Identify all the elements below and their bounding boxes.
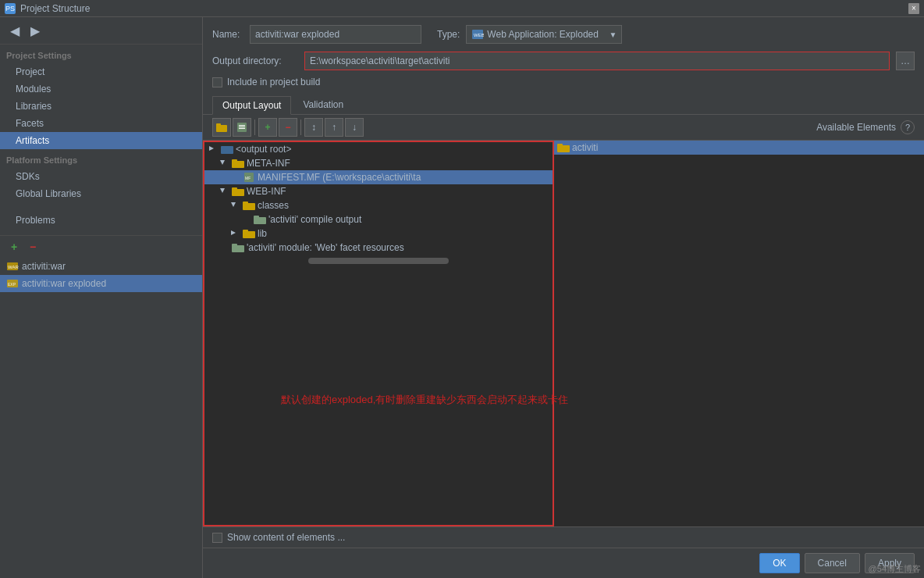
sidebar-item-sdks[interactable]: SDKs	[0, 168, 202, 185]
tab-validation[interactable]: Validation	[293, 95, 354, 114]
root-icon	[221, 144, 233, 155]
tabs-row: Output Layout Validation	[203, 91, 924, 115]
cancel-button[interactable]: Cancel	[805, 553, 860, 573]
back-button[interactable]: ◀	[6, 22, 23, 39]
artifact-item-war[interactable]: WAR activiti:war	[0, 258, 202, 275]
toolbar-btn-remove[interactable]: −	[279, 118, 297, 137]
sidebar-item-artifacts[interactable]: Artifacts	[0, 132, 202, 149]
browse-button[interactable]: …	[896, 52, 915, 70]
svg-marker-19	[220, 188, 225, 193]
svg-marker-14	[220, 160, 225, 165]
sidebar-item-modules[interactable]: Modules	[0, 80, 202, 98]
tab-output-layout[interactable]: Output Layout	[212, 96, 291, 115]
toolbar-separator-1	[254, 120, 255, 135]
name-label: Name:	[212, 29, 243, 40]
available-activiti-icon	[557, 142, 570, 153]
svg-rect-26	[254, 216, 259, 219]
help-button[interactable]: ?	[901, 120, 915, 134]
svg-text:EXP: EXP	[8, 282, 16, 287]
forward-button[interactable]: ▶	[27, 22, 44, 39]
include-checkbox[interactable]	[212, 77, 222, 87]
tree-item-output-root[interactable]: <output root>	[204, 142, 553, 156]
artifact-item-war-exploded[interactable]: EXP activiti:war exploded	[0, 275, 202, 292]
classes-arrow	[229, 200, 240, 211]
sidebar-item-project[interactable]: Project	[0, 63, 202, 80]
add-artifact-button[interactable]: +	[6, 239, 22, 255]
svg-marker-22	[231, 202, 236, 207]
tree-panel: <output root> META-INF	[203, 141, 554, 526]
toolbar-btn-up[interactable]: ↑	[325, 118, 343, 137]
svg-rect-10	[239, 127, 245, 127]
web-inf-folder-icon	[232, 186, 244, 197]
lib-folder-icon	[243, 228, 255, 239]
platform-settings-header: Platform Settings	[0, 149, 202, 168]
type-label: Type:	[437, 29, 460, 40]
sidebar-item-global-libraries[interactable]: Global Libraries	[0, 185, 202, 202]
web-inf-arrow	[219, 186, 229, 197]
svg-rect-16	[232, 159, 237, 162]
svg-marker-27	[231, 230, 236, 235]
lib-arrow	[229, 228, 240, 239]
svg-rect-24	[243, 202, 248, 205]
svg-rect-13	[221, 146, 233, 154]
toolbar-btn-down[interactable]: ↓	[345, 118, 364, 137]
toolbar-btn-folder[interactable]	[212, 118, 231, 137]
close-btn[interactable]: ×	[908, 3, 919, 14]
toolbar-btn-archive[interactable]	[233, 118, 251, 137]
svg-rect-31	[232, 244, 237, 247]
output-dir-row: Output directory: …	[203, 48, 924, 73]
artifact-war-icon: WAR	[6, 260, 19, 273]
show-content-label: Show content of elements ...	[227, 532, 345, 543]
sidebar-item-libraries[interactable]: Libraries	[0, 98, 202, 115]
name-input[interactable]	[250, 25, 421, 44]
compile-output-icon	[254, 214, 266, 225]
svg-marker-12	[209, 146, 214, 151]
available-elements-label: Available Elements	[816, 122, 896, 133]
type-icon: WEB	[471, 28, 484, 41]
toolbar-btn-sort[interactable]: ↕	[304, 118, 323, 137]
meta-inf-folder-icon	[232, 158, 244, 169]
svg-rect-11	[239, 128, 245, 129]
toolbar-btn-add[interactable]: +	[258, 118, 277, 137]
sidebar-nav: ◀ ▶	[0, 17, 202, 45]
svg-text:WAR: WAR	[8, 265, 19, 269]
root-arrow	[208, 144, 219, 155]
sidebar: ◀ ▶ Project Settings Project Modules Lib…	[0, 17, 203, 578]
remove-artifact-button[interactable]: −	[25, 239, 41, 255]
include-label: Include in project build	[227, 77, 320, 87]
type-value-display: WEB Web Application: Exploded ▼	[466, 25, 622, 44]
web-resources-icon	[232, 242, 244, 253]
folder-icon	[216, 122, 227, 133]
include-row: Include in project build	[203, 73, 924, 91]
sidebar-item-problems[interactable]: Problems	[0, 212, 202, 229]
artifact-list: WAR activiti:war EXP activiti:war explod…	[0, 258, 202, 292]
sidebar-item-facets[interactable]: Facets	[0, 115, 202, 132]
tree-item-classes[interactable]: classes	[204, 198, 553, 212]
watermark: @54博主博客	[869, 563, 921, 575]
bottom-bar: Show content of elements ...	[203, 526, 924, 548]
horizontal-scrollbar[interactable]	[308, 258, 449, 264]
tree-item-lib[interactable]: lib	[204, 227, 553, 241]
type-dropdown-button[interactable]: ▼	[609, 30, 617, 39]
svg-rect-9	[239, 125, 245, 126]
project-settings-items: Project Modules Libraries Facets Artifac…	[0, 63, 202, 149]
output-dir-input[interactable]	[304, 52, 890, 70]
toolbar-separator-2	[300, 120, 301, 135]
show-content-checkbox[interactable]	[212, 533, 222, 543]
manifest-icon: MF	[243, 172, 255, 183]
tree-item-web-resources[interactable]: 'activiti' module: 'Web' facet resources	[204, 241, 553, 255]
tree-item-web-inf[interactable]: WEB-INF	[204, 184, 553, 198]
classes-folder-icon	[243, 200, 255, 211]
layout-toolbar: + − ↕ ↑ ↓ Available Elements ?	[203, 115, 924, 141]
platform-settings-items: SDKs Global Libraries	[0, 168, 202, 202]
archive-icon	[236, 122, 247, 133]
tree-item-meta-inf[interactable]: META-INF	[204, 156, 553, 170]
tree-item-manifest[interactable]: MF MANIFEST.MF (E:\workspace\activiti\ta	[204, 170, 553, 184]
content-panel: Name: Type: WEB Web Application: Explode…	[203, 17, 924, 578]
name-type-row: Name: Type: WEB Web Application: Explode…	[203, 17, 924, 48]
ok-button[interactable]: OK	[759, 553, 799, 573]
tree-item-compile-output[interactable]: 'activiti' compile output	[204, 212, 553, 227]
title-bar-title: Project Structure	[20, 3, 904, 14]
svg-text:MF: MF	[245, 176, 251, 180]
available-item-activiti[interactable]: activiti	[554, 141, 924, 155]
